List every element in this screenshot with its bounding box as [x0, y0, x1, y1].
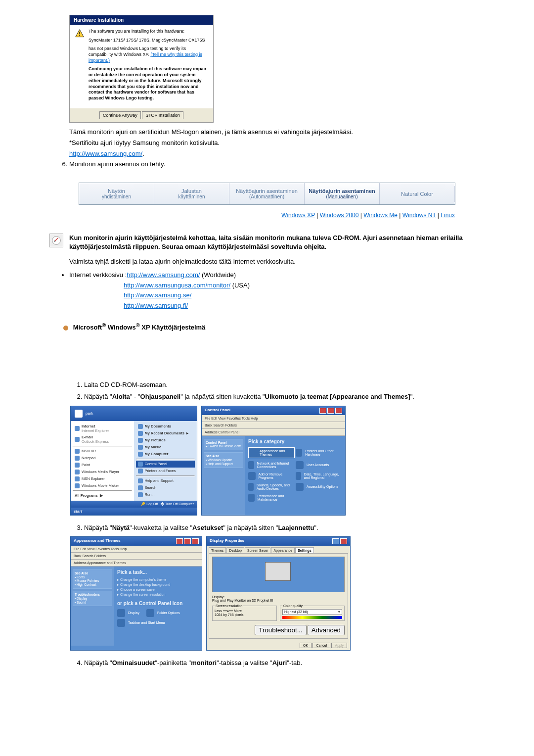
note-text: Kun monitorin ajurin käyttöjärjestelmä k… — [69, 234, 485, 251]
start-menu-mock: park InternetInternet Explorer E-mailOut… — [70, 406, 197, 516]
cp-toolbar: Back Search Folders — [202, 422, 345, 429]
or-pick-heading: or pick a Control Panel icon — [117, 601, 199, 606]
tab-natural-color[interactable]: Natural Color — [380, 186, 455, 202]
dialog-line1: The software you are installing for this… — [89, 29, 208, 35]
step-6: Monitorin ajurin asennus on tehty. — [69, 160, 504, 168]
step-1: Laita CD CD-ROM-asemaan. — [84, 380, 504, 389]
dialog-line3: has not passed Windows Logo testing to v… — [89, 46, 208, 63]
ie-icon — [75, 426, 80, 431]
tab-driver-manual[interactable]: Näyttöajurin asentaminen(Manuaalinen) — [305, 183, 380, 204]
tab-display-connect[interactable]: Näytönyhdistäminen — [79, 183, 154, 204]
link-ww[interactable]: http://www.samsung.com/ — [127, 271, 200, 279]
os-link-me[interactable]: Windows Me — [363, 212, 398, 219]
window-controls[interactable] — [332, 538, 347, 544]
turnoff-button[interactable]: ⏻ Turn Off Computer — [161, 502, 194, 506]
dp-tabs: Themes Desktop Screen Saver Appearance S… — [207, 546, 350, 553]
indent-links: http://www.samsungusa.com/monitor/ (USA)… — [124, 281, 504, 311]
tab-appearance[interactable]: Appearance — [271, 547, 295, 553]
pick-task-heading: Pick a task... — [117, 569, 199, 575]
apply-button[interactable]: Apply — [331, 643, 347, 648]
cp-address: Address Control Panel — [202, 429, 345, 436]
paragraph-cert: Tämä monitorin ajuri on sertifioidun MS-… — [69, 128, 504, 137]
os-link-2000[interactable]: Windows 2000 — [320, 212, 359, 219]
link-fi[interactable]: http://www.samsung.fi/ — [124, 302, 188, 309]
control-panel-mock: Control Panel File Edit View Favorites T… — [201, 406, 346, 516]
step-list: Monitorin ajurin asennus on tehty. — [57, 160, 504, 168]
start-button[interactable]: start — [71, 508, 197, 515]
link-se[interactable]: http://www.samsung.se/ — [124, 291, 191, 299]
ok-button[interactable]: OK — [300, 643, 312, 648]
tab-screensaver[interactable]: Screen Saver — [245, 547, 270, 553]
cancel-button[interactable]: Cancel — [312, 643, 330, 648]
image-pair-2: Appearance and Themes File Edit View Fav… — [70, 536, 504, 651]
step-2: Näpäytä "Aloita" - "Ohjauspaneli" ja näp… — [84, 392, 504, 401]
dialog-title: Hardware Installation — [70, 15, 213, 25]
logoff-button[interactable]: 🔑 Log Off — [141, 502, 158, 506]
paragraph-cert2: *Sertifioitu ajuri löytyy Samsung monito… — [69, 139, 504, 147]
pick-category-heading: Pick a category — [248, 439, 342, 444]
mail-icon — [75, 437, 80, 442]
internet-site-bullet: Internet verkkosivu :http://www.samsung.… — [69, 271, 504, 279]
os-links-row: Windows XP | Windows 2000 | Windows Me |… — [79, 212, 455, 219]
appearance-themes-mock: Appearance and Themes File Edit View Fav… — [70, 536, 202, 651]
os-link-nt[interactable]: Windows NT — [402, 212, 436, 219]
os-link-xp[interactable]: Windows XP — [281, 212, 315, 219]
note-block: Kun monitorin ajurin käyttöjärjestelmä k… — [49, 234, 485, 265]
link-usa[interactable]: http://www.samsungusa.com/monitor/ — [124, 282, 230, 289]
section-title-xp: Microsoft® Windows® XP Käyttöjärjestelmä — [63, 322, 504, 331]
tab-stand-use[interactable]: Jalustankäyttäminen — [154, 183, 229, 204]
continue-anyway-button[interactable]: Continue Anyway — [99, 111, 141, 119]
color-quality-select[interactable]: Highest (32 bit)▾ — [282, 609, 342, 615]
color-quality-group: Color quality Highest (32 bit)▾ — [280, 604, 345, 621]
svg-text:!: ! — [79, 31, 80, 37]
dialog-line4: Continuing your installation of this sof… — [89, 66, 208, 101]
display-preview — [212, 557, 345, 592]
tab-settings[interactable]: Settings — [295, 547, 314, 553]
user-name: park — [86, 411, 93, 416]
display-properties-mock: Display Properties Themes Desktop Screen… — [206, 536, 351, 651]
note-text-2: Valmista tyhjä disketti ja lataa ajurin … — [69, 258, 485, 265]
info-icon — [49, 234, 63, 247]
hardware-installation-dialog: Hardware Installation ! The software you… — [69, 15, 214, 123]
page-root: Hardware Installation ! The software you… — [0, 0, 534, 686]
image-pair-1: park InternetInternet Explorer E-mailOut… — [70, 406, 504, 516]
step-3: Näpäytä "Näytä"-kuvaketta ja valitse "As… — [84, 523, 504, 532]
svg-point-2 — [52, 236, 61, 245]
steps-list-4: Näpäytä "Ominaisuudet"-painiketta "monit… — [72, 659, 504, 667]
window-controls[interactable] — [319, 408, 342, 414]
samsung-link[interactable]: http://www.samsung.com/ — [69, 150, 142, 157]
display-label: Display:Plug and Play Monitor on 3D Prop… — [212, 595, 345, 602]
troubleshoot-button[interactable]: Troubleshoot... — [255, 625, 306, 635]
tab-desktop[interactable]: Desktop — [226, 547, 244, 553]
section-bullet-icon — [63, 326, 68, 331]
os-link-linux[interactable]: Linux — [441, 212, 455, 219]
steps-list-3: Näpäytä "Näytä"-kuvaketta ja valitse "As… — [72, 523, 504, 532]
dialog-line2: SyncMaster 171S/ 175S/ 178S, MagicSyncMa… — [89, 38, 208, 44]
stop-installation-button[interactable]: STOP Installation — [142, 111, 183, 119]
step-4: Näpäytä "Ominaisuudet"-painiketta "monit… — [84, 659, 504, 667]
avatar-icon — [75, 410, 83, 418]
tab-themes[interactable]: Themes — [209, 547, 226, 553]
install-navbar: Näytönyhdistäminen Jalustankäyttäminen N… — [79, 183, 455, 205]
dialog-text: The software you are installing for this… — [89, 29, 208, 104]
window-controls[interactable] — [176, 538, 199, 544]
cp-menubar: File Edit View Favorites Tools Help — [202, 415, 345, 422]
advanced-button[interactable]: Advanced — [308, 625, 345, 635]
svg-point-3 — [54, 240, 55, 242]
warning-icon: ! — [75, 29, 85, 39]
tab-driver-auto[interactable]: Näyttöajurin asentaminen(Automaattinen) — [229, 183, 305, 204]
screen-resolution-group: Screen resolution Less ━━●━━ More 1024 b… — [212, 604, 277, 621]
steps-list: Laita CD CD-ROM-asemaan. Näpäytä "Aloita… — [72, 380, 504, 401]
